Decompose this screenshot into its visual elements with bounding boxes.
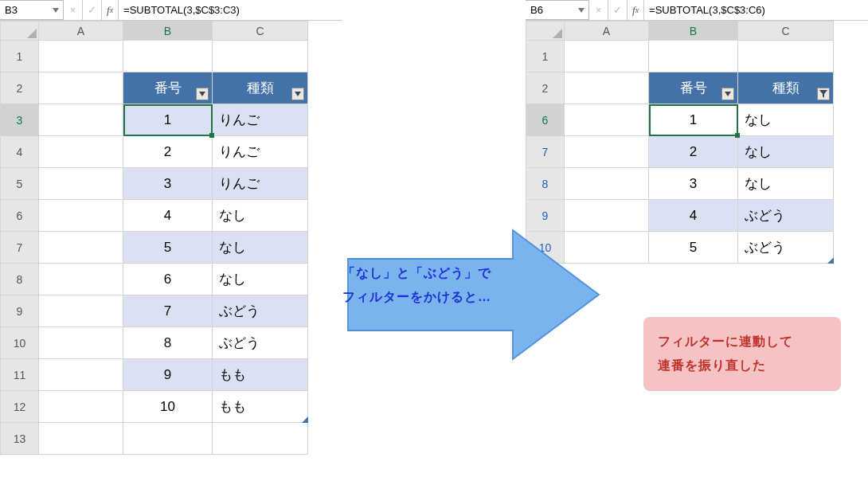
col-header-A[interactable]: A xyxy=(565,22,649,41)
cell[interactable]: 9 xyxy=(123,359,213,391)
grid[interactable]: A B C 1 2 番号 種類 3 xyxy=(0,21,308,455)
cell[interactable] xyxy=(39,359,123,391)
cell[interactable] xyxy=(213,423,308,455)
cell[interactable] xyxy=(39,327,123,359)
col-header-B[interactable]: B xyxy=(123,22,213,41)
cell[interactable]: ぶどう xyxy=(738,232,834,264)
name-box-dropdown-icon[interactable] xyxy=(52,6,60,14)
cell[interactable] xyxy=(39,295,123,327)
cell[interactable]: 6 xyxy=(123,264,213,295)
cell[interactable] xyxy=(39,104,123,136)
cell[interactable]: なし xyxy=(213,200,308,232)
cell[interactable] xyxy=(565,72,649,104)
row-header[interactable]: 1 xyxy=(1,41,39,72)
cell[interactable] xyxy=(565,136,649,168)
cell[interactable] xyxy=(565,41,649,72)
row-header[interactable]: 7 xyxy=(1,232,39,264)
cell[interactable]: 7 xyxy=(123,295,213,327)
cell[interactable]: ぶどう xyxy=(213,295,308,327)
table-header-num[interactable]: 番号 xyxy=(649,72,738,104)
row-header[interactable]: 11 xyxy=(1,359,39,391)
cancel-formula-icon: × xyxy=(64,0,83,20)
row-header[interactable]: 3 xyxy=(1,104,39,136)
cell[interactable]: なし xyxy=(213,264,308,295)
cell[interactable] xyxy=(39,423,123,455)
cell[interactable] xyxy=(39,72,123,104)
cell[interactable]: 4 xyxy=(649,200,738,232)
cell[interactable] xyxy=(738,41,834,72)
cell[interactable]: もも xyxy=(213,391,308,423)
select-all-corner[interactable] xyxy=(1,22,39,41)
row-header[interactable]: 2 xyxy=(526,72,565,104)
table-header-kind[interactable]: 種類 xyxy=(738,72,834,104)
cell-B6[interactable]: 1 xyxy=(649,104,738,136)
name-box-value: B3 xyxy=(5,4,18,16)
cell[interactable]: もも xyxy=(213,359,308,391)
cell[interactable]: 5 xyxy=(649,232,738,264)
cell[interactable]: ぶどう xyxy=(738,200,834,232)
formula-input[interactable] xyxy=(644,0,868,20)
row-header[interactable]: 6 xyxy=(1,200,39,232)
row-header[interactable]: 12 xyxy=(1,391,39,423)
cell[interactable]: 3 xyxy=(123,168,213,200)
cell[interactable] xyxy=(39,200,123,232)
cell[interactable] xyxy=(39,264,123,295)
row-header[interactable]: 13 xyxy=(1,423,39,455)
row-header[interactable]: 8 xyxy=(526,168,565,200)
filter-dropdown-icon[interactable] xyxy=(721,88,734,100)
row-header[interactable]: 8 xyxy=(1,264,39,295)
table-header-kind[interactable]: 種類 xyxy=(213,72,308,104)
cell[interactable] xyxy=(39,232,123,264)
fx-icon[interactable]: fx xyxy=(102,0,119,20)
cell[interactable]: 3 xyxy=(649,168,738,200)
cell[interactable] xyxy=(39,136,123,168)
cell[interactable] xyxy=(565,104,649,136)
name-box-dropdown-icon[interactable] xyxy=(577,6,585,14)
cell[interactable]: 8 xyxy=(123,327,213,359)
cell[interactable]: 10 xyxy=(123,391,213,423)
cell[interactable] xyxy=(123,423,213,455)
cell[interactable]: 2 xyxy=(123,136,213,168)
cell[interactable]: なし xyxy=(738,136,834,168)
col-header-B[interactable]: B xyxy=(649,22,738,41)
filter-dropdown-icon[interactable] xyxy=(196,88,209,100)
row-header[interactable]: 1 xyxy=(526,41,565,72)
cell[interactable]: 4 xyxy=(123,200,213,232)
cell[interactable]: なし xyxy=(738,168,834,200)
cell[interactable] xyxy=(649,41,738,72)
left-spreadsheet: B3 × ✓ fx A B C 1 2 番号 xyxy=(0,0,342,455)
cell[interactable]: 2 xyxy=(649,136,738,168)
cell[interactable]: なし xyxy=(738,104,834,136)
col-header-A[interactable]: A xyxy=(39,22,123,41)
name-box[interactable]: B6 xyxy=(526,0,589,20)
row-header[interactable]: 4 xyxy=(1,136,39,168)
cell[interactable] xyxy=(123,41,213,72)
filter-active-icon[interactable] xyxy=(817,88,830,100)
name-box[interactable]: B3 xyxy=(0,0,64,20)
cell[interactable] xyxy=(39,391,123,423)
formula-input[interactable] xyxy=(119,0,342,20)
cell[interactable]: なし xyxy=(213,232,308,264)
cell-B3[interactable]: 1 xyxy=(123,104,213,136)
select-all-corner[interactable] xyxy=(526,22,565,41)
cell[interactable]: ぶどう xyxy=(213,327,308,359)
cell[interactable]: りんご xyxy=(213,168,308,200)
cell[interactable] xyxy=(39,168,123,200)
row-header[interactable]: 7 xyxy=(526,136,565,168)
col-header-C[interactable]: C xyxy=(213,22,308,41)
cell[interactable] xyxy=(39,41,123,72)
cell[interactable]: りんご xyxy=(213,104,308,136)
col-header-C[interactable]: C xyxy=(738,22,834,41)
row-header[interactable]: 10 xyxy=(1,327,39,359)
row-header[interactable]: 9 xyxy=(1,295,39,327)
cell[interactable]: 5 xyxy=(123,232,213,264)
row-header[interactable]: 5 xyxy=(1,168,39,200)
filter-dropdown-icon[interactable] xyxy=(291,88,304,100)
cell[interactable] xyxy=(565,168,649,200)
cell[interactable]: りんご xyxy=(213,136,308,168)
fx-icon[interactable]: fx xyxy=(628,0,644,20)
row-header[interactable]: 2 xyxy=(1,72,39,104)
table-header-num[interactable]: 番号 xyxy=(123,72,213,104)
cell[interactable] xyxy=(213,41,308,72)
row-header[interactable]: 6 xyxy=(526,104,565,136)
